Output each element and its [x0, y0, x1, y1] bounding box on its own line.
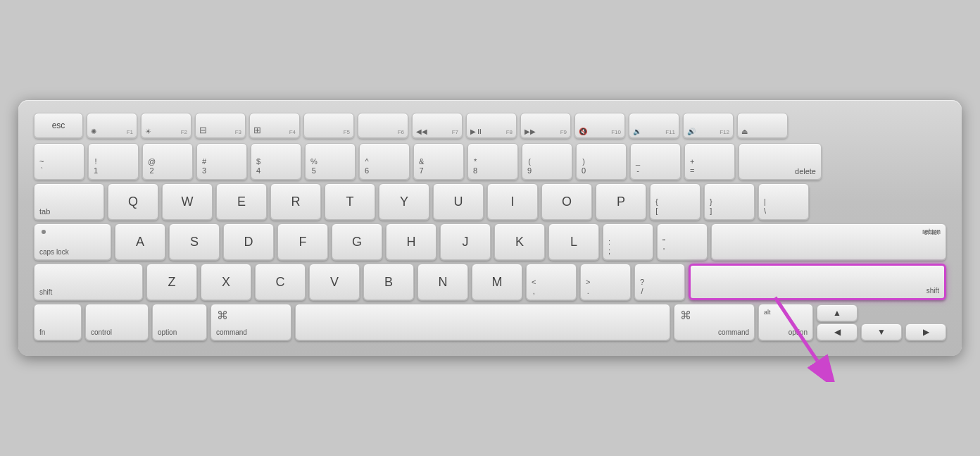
key-rows: esc ✺ F1 ☀ F2 ⊟ F3 ⊞ F4 F5 F6 [34, 113, 946, 340]
key-f3[interactable]: ⊟ F3 [195, 113, 246, 138]
key-backtick[interactable]: ~ ` [34, 143, 84, 180]
semicolon-label: ; [608, 247, 610, 256]
rparen-label: ) [582, 157, 585, 166]
key-r[interactable]: R [270, 183, 321, 220]
key-f2[interactable]: ☀ F2 [141, 113, 191, 138]
key-f6[interactable]: F6 [358, 113, 408, 138]
six-label: 6 [365, 166, 369, 175]
key-y[interactable]: Y [379, 183, 429, 220]
key-esc[interactable]: esc [34, 113, 83, 138]
key-d[interactable]: D [223, 223, 274, 260]
key-o[interactable]: O [541, 183, 592, 220]
key-option-left[interactable]: option [152, 304, 207, 340]
key-equals[interactable]: + = [684, 143, 735, 180]
key-capslock[interactable]: caps lock [34, 223, 111, 260]
e-label: E [237, 195, 246, 209]
key-j[interactable]: J [440, 223, 491, 260]
f10-icon: 🔇 [579, 128, 587, 135]
key-f9[interactable]: ▶▶ F9 [520, 113, 571, 138]
key-w[interactable]: W [162, 183, 213, 220]
key-shift-right[interactable]: shift [689, 264, 946, 300]
key-f7[interactable]: ◀◀ F7 [412, 113, 463, 138]
key-7[interactable]: & 7 [413, 143, 464, 180]
key-v[interactable]: V [309, 264, 360, 300]
key-period[interactable]: > . [580, 264, 631, 300]
at-label: @ [148, 157, 156, 166]
key-rbracket[interactable]: } ] [704, 183, 755, 220]
key-n[interactable]: N [417, 264, 468, 300]
key-4[interactable]: $ 4 [251, 143, 301, 180]
key-a[interactable]: A [115, 223, 165, 260]
key-q[interactable]: Q [108, 183, 158, 220]
key-f[interactable]: F [277, 223, 328, 260]
key-left[interactable]: ◀ [817, 323, 857, 340]
key-quote[interactable]: " ' [657, 223, 708, 260]
key-9[interactable]: ( 9 [522, 143, 572, 180]
key-tab[interactable]: tab [34, 183, 104, 220]
key-command-right[interactable]: ⌘ command [674, 304, 755, 340]
key-f12[interactable]: 🔊 F12 [683, 113, 734, 138]
key-3[interactable]: # 3 [196, 143, 247, 180]
key-6[interactable]: ^ 6 [359, 143, 410, 180]
key-b[interactable]: B [363, 264, 414, 300]
key-eject[interactable]: ⏏ [737, 113, 788, 138]
key-fn[interactable]: fn [34, 304, 82, 340]
key-5[interactable]: % 5 [305, 143, 356, 180]
f12-icon: 🔊 [687, 128, 696, 135]
key-f11[interactable]: 🔉 F11 [629, 113, 679, 138]
percent-label: % [310, 157, 318, 166]
key-up[interactable]: ▲ [817, 304, 857, 321]
h-label: H [407, 235, 416, 249]
f9-label: F9 [560, 129, 567, 135]
arrow-lr-row: ◀ ▼ ▶ [817, 323, 946, 340]
five-label: 5 [312, 166, 316, 175]
key-t[interactable]: T [325, 183, 375, 220]
key-control[interactable]: control [85, 304, 149, 340]
qwerty-row: tab Q W E R T Y U I O P { [ } ] [34, 183, 946, 220]
key-k[interactable]: K [494, 223, 545, 260]
key-h[interactable]: H [386, 223, 436, 260]
key-shift-left[interactable]: shift [34, 264, 143, 300]
key-comma[interactable]: < , [526, 264, 577, 300]
key-s[interactable]: S [169, 223, 220, 260]
f11-icon: 🔉 [633, 128, 641, 135]
key-x[interactable]: X [201, 264, 251, 300]
key-minus[interactable]: _ - [630, 143, 681, 180]
key-lbracket[interactable]: { [ [650, 183, 701, 220]
f-label: F [299, 235, 307, 249]
key-c[interactable]: C [255, 264, 306, 300]
key-1[interactable]: ! 1 [88, 143, 139, 180]
key-m[interactable]: M [472, 264, 522, 300]
key-down[interactable]: ▼ [861, 323, 902, 340]
key-space[interactable] [295, 304, 670, 340]
key-g[interactable]: G [332, 223, 382, 260]
key-8[interactable]: * 8 [467, 143, 518, 180]
key-semicolon[interactable]: : ; [603, 223, 653, 260]
key-u[interactable]: U [433, 183, 484, 220]
fn-label: fn [39, 328, 45, 336]
key-f10[interactable]: 🔇 F10 [574, 113, 625, 138]
key-option-right[interactable]: alt option [758, 304, 813, 340]
key-enter[interactable]: enter return [711, 223, 946, 260]
key-i[interactable]: I [487, 183, 538, 220]
f6-label: F6 [398, 129, 404, 135]
key-f8[interactable]: ▶⏸ F8 [466, 113, 517, 138]
key-z[interactable]: Z [146, 264, 197, 300]
down-arrow-icon: ▼ [877, 327, 886, 337]
key-command-left[interactable]: ⌘ command [211, 304, 291, 340]
four-label: 4 [256, 166, 260, 175]
key-f1[interactable]: ✺ F1 [87, 113, 137, 138]
key-slash[interactable]: ? / [634, 264, 685, 300]
key-l[interactable]: L [548, 223, 599, 260]
key-0[interactable]: ) 0 [576, 143, 627, 180]
key-right[interactable]: ▶ [905, 323, 946, 340]
key-f5[interactable]: F5 [303, 113, 354, 138]
key-p[interactable]: P [596, 183, 646, 220]
key-f4[interactable]: ⊞ F4 [249, 113, 300, 138]
key-delete[interactable]: delete [739, 143, 822, 180]
capslock-label: caps lock [39, 248, 69, 256]
f7-label: F7 [452, 129, 458, 135]
key-e[interactable]: E [216, 183, 267, 220]
key-backslash[interactable]: | \ [758, 183, 809, 220]
key-2[interactable]: @ 2 [142, 143, 193, 180]
